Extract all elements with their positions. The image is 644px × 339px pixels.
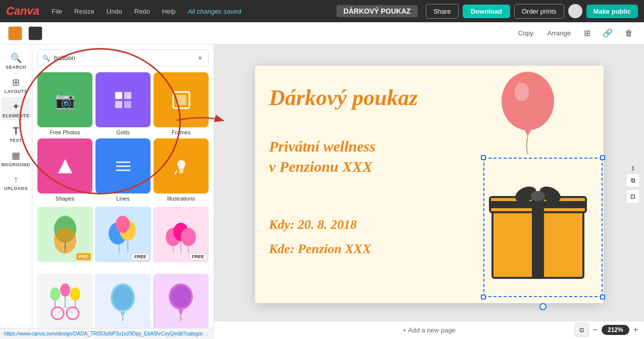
zoom-in-button[interactable]: + [633, 325, 638, 334]
svg-point-33 [50, 287, 60, 301]
elements-panel: 🔍 ▼ 📷 Free Photos Grids [32, 44, 214, 339]
frames-icon [171, 90, 191, 110]
category-frames[interactable]: Frames [154, 72, 209, 135]
thumb-balloon-2[interactable]: FREE [95, 207, 151, 262]
camera-icon: 📷 [55, 90, 75, 110]
color-swatch-orange[interactable] [8, 26, 22, 40]
svg-rect-2 [115, 101, 122, 108]
saved-status: All changes saved [188, 8, 241, 15]
pro-badge: PRO [76, 253, 91, 260]
delete-icon-button[interactable]: 🗑 [622, 27, 636, 40]
category-grids[interactable]: Grids [95, 72, 151, 135]
svg-point-25 [181, 228, 196, 246]
zoom-controls: ⊡ − 212% + [543, 321, 644, 339]
design-card: Dárkový poukaz Privátní wellness v Penzi… [255, 66, 604, 303]
grid-icon-button[interactable]: ⊞ [581, 26, 593, 40]
handle-bottom-right[interactable] [600, 295, 605, 300]
thumb-balloon-1[interactable]: PRO [37, 207, 93, 262]
design-place[interactable]: Kde: Penzion XXX [269, 241, 371, 257]
svg-marker-49 [525, 130, 531, 136]
category-grid: 📷 Free Photos Grids Fram [32, 69, 214, 207]
free-photos-label: Free Photos [50, 129, 80, 135]
order-prints-button[interactable]: Order prints [514, 4, 564, 19]
sidebar-item-uploads[interactable]: ↑ UPLOADS [2, 170, 31, 193]
lines-thumb [95, 138, 151, 193]
thumb-balloon-3[interactable]: FREE [153, 207, 209, 262]
category-illustrations[interactable]: Illustrations [154, 138, 209, 202]
search-input[interactable] [37, 50, 209, 66]
svg-marker-6 [58, 159, 72, 173]
thumb-balloon-4[interactable] [37, 274, 93, 329]
design-subtitle[interactable]: Privátní wellness v Penzionu XXX [269, 136, 376, 177]
free-badge-2: FREE [189, 253, 207, 260]
gift-box-element[interactable] [487, 162, 599, 293]
illustrations-label: Illustrations [167, 196, 195, 202]
thumb-balloon-5[interactable] [95, 274, 151, 329]
sidebar-item-layouts[interactable]: ⊞ LAYOUTS [2, 73, 31, 96]
rotate-handle[interactable] [539, 303, 547, 310]
zoom-out-button[interactable]: − [593, 325, 598, 334]
svg-marker-45 [178, 310, 183, 316]
handle-top-left[interactable] [481, 155, 486, 160]
svg-point-56 [531, 191, 545, 201]
handle-top-right[interactable] [600, 155, 605, 160]
arrange-button[interactable]: Arrange [543, 27, 575, 39]
sidebar-item-text[interactable]: T TEXT [2, 121, 31, 145]
zoom-level: 212% [602, 325, 629, 335]
share-button[interactable]: Share [426, 4, 459, 19]
sidebar-label-layouts: LAYOUTS [5, 89, 28, 94]
document-title: DÁRKOVÝ POUKAZ [336, 5, 418, 17]
link-icon-button[interactable]: 🔗 [600, 26, 616, 40]
dropdown-arrow-icon[interactable]: ▼ [196, 54, 204, 62]
sidebar-item-search[interactable]: 🔍 SEARCH [2, 49, 31, 72]
shapes-icon [55, 156, 75, 176]
svg-point-35 [70, 287, 80, 301]
shapes-label: Shapes [56, 196, 74, 202]
svg-rect-11 [178, 167, 184, 169]
fit-button[interactable]: ⊡ [575, 323, 589, 337]
status-url: https://www.canva.com/design/DADA_TR053s… [4, 331, 210, 336]
menu-file[interactable]: File [47, 6, 66, 17]
menu-redo[interactable]: Redo [130, 6, 154, 17]
thumb-balloon-6[interactable] [153, 274, 209, 329]
design-title[interactable]: Dárkový poukaz [269, 85, 418, 111]
category-shapes[interactable]: Shapes [37, 138, 92, 202]
text-icon: T [13, 125, 19, 137]
sidebar-label-uploads: UPLOADS [4, 186, 28, 191]
svg-point-47 [502, 72, 554, 130]
category-free-photos[interactable]: 📷 Free Photos [37, 72, 92, 135]
svg-rect-52 [532, 197, 544, 278]
svg-point-20 [116, 216, 130, 233]
sidebar-label-search: SEARCH [6, 65, 26, 70]
handle-bottom-left[interactable] [481, 295, 486, 300]
sidebar-item-elements[interactable]: ✦ ELEMENTS [2, 97, 31, 120]
design-date[interactable]: Kdy: 20. 8. 2018 [269, 217, 357, 232]
make-public-button[interactable]: Make public [586, 5, 638, 18]
side-duplicate-button[interactable]: ⧉ [626, 173, 640, 187]
elements-icon: ✦ [12, 101, 20, 112]
svg-rect-53 [490, 201, 586, 208]
menu-resize[interactable]: Resize [70, 6, 98, 17]
avatar[interactable] [568, 4, 582, 18]
svg-rect-3 [124, 101, 131, 108]
copy-button[interactable]: Copy [514, 27, 537, 39]
svg-line-13 [175, 170, 177, 174]
canva-logo[interactable]: Canva [6, 5, 39, 18]
frames-thumb [154, 72, 209, 127]
svg-marker-41 [120, 312, 125, 318]
add-page-button[interactable]: + Add a new page [403, 326, 455, 334]
menu-help[interactable]: Help [158, 6, 180, 17]
sidebar-label-background: BKGROUND [2, 162, 30, 167]
frames-label: Frames [172, 129, 190, 135]
category-lines[interactable]: Lines [95, 138, 151, 202]
svg-point-48 [515, 83, 529, 101]
search-icon-left: 🔍 [42, 55, 50, 62]
menu-undo[interactable]: Undo [103, 6, 126, 17]
svg-rect-1 [124, 92, 131, 99]
download-button[interactable]: Download [463, 5, 510, 18]
color-swatch-dark[interactable] [28, 26, 42, 40]
free-photos-thumb: 📷 [37, 72, 92, 127]
side-resize-button[interactable]: ⊡ [626, 189, 640, 204]
sidebar-item-background[interactable]: ▦ BKGROUND [2, 146, 31, 169]
search-icon: 🔍 [11, 53, 22, 64]
